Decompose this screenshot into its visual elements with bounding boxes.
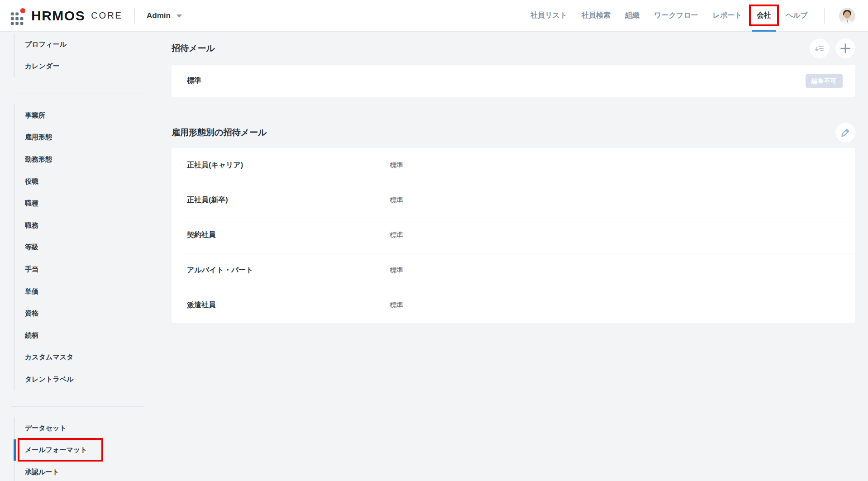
invite-mail-card: 標準 編集不可 bbox=[172, 65, 855, 97]
table-row[interactable]: 契約社員 標準 bbox=[172, 218, 855, 252]
workspace-dropdown[interactable]: Admin bbox=[147, 11, 182, 20]
nav-tab-workflow[interactable]: ワークフロー bbox=[647, 0, 706, 32]
sidebar-item-relationship[interactable]: 続柄 bbox=[25, 324, 145, 347]
primary-nav: 社員リスト 社員検索 組織 ワークフロー レポート 会社 ヘルプ bbox=[523, 0, 815, 32]
employment-type-label: 契約社員 bbox=[187, 230, 390, 240]
sidebar-item-office[interactable]: 事業所 bbox=[25, 105, 145, 127]
invite-mail-row-label: 標準 bbox=[187, 76, 201, 86]
sidebar-item-mail-format[interactable]: メールフォーマット bbox=[25, 439, 145, 461]
employment-type-label: 正社員(キャリア) bbox=[187, 161, 390, 170]
sidebar-group-formats: データセット メールフォーマット 承認ルート bbox=[14, 417, 145, 481]
hrmos-core-page: HRMOS CORE Admin 社員リスト 社員検索 組織 ワークフロー レポ… bbox=[0, 0, 868, 481]
brand-suffix: CORE bbox=[91, 10, 123, 21]
header-divider bbox=[134, 8, 135, 24]
employment-type-label: 派遣社員 bbox=[187, 300, 390, 310]
add-icon bbox=[840, 43, 851, 54]
sidebar-item-allowance[interactable]: 手当 bbox=[25, 258, 145, 281]
user-avatar[interactable] bbox=[839, 8, 855, 24]
nav-tab-report[interactable]: レポート bbox=[706, 0, 749, 32]
employment-type-list: 正社員(キャリア) 標準 正社員(新卒) 標準 契約社員 標準 アルバイト・パー… bbox=[172, 148, 855, 323]
add-button[interactable] bbox=[835, 38, 855, 58]
nav-tab-employee-list[interactable]: 社員リスト bbox=[523, 0, 574, 32]
edit-button[interactable] bbox=[835, 123, 855, 143]
settings-sidebar: プロフィール カレンダー 事業所 雇用形態 勤務形態 役職 職種 職務 等級 手… bbox=[0, 32, 145, 481]
table-row[interactable]: 正社員(キャリア) 標準 bbox=[172, 148, 855, 183]
sidebar-item-unit-price[interactable]: 単価 bbox=[25, 281, 145, 303]
employment-type-label: 正社員(新卒) bbox=[187, 195, 390, 205]
sidebar-item-mail-format-label: メールフォーマット bbox=[25, 446, 87, 454]
chevron-down-icon bbox=[176, 14, 182, 18]
sidebar-group-personal: プロフィール カレンダー bbox=[14, 33, 145, 77]
nav-tab-help[interactable]: ヘルプ bbox=[778, 0, 815, 32]
mail-format-value: 標準 bbox=[390, 231, 403, 239]
invite-mail-actions bbox=[804, 38, 855, 58]
nav-tab-company-label: 会社 bbox=[757, 11, 771, 20]
sidebar-item-work-style[interactable]: 勤務形態 bbox=[25, 148, 145, 171]
invite-mail-by-type-actions bbox=[830, 123, 855, 143]
table-row[interactable]: 派遣社員 標準 bbox=[172, 288, 855, 323]
sidebar-item-profile[interactable]: プロフィール bbox=[25, 33, 145, 55]
hrmos-grid-logo-icon bbox=[10, 8, 27, 25]
brand-logo: HRMOS CORE bbox=[10, 7, 123, 25]
edit-pencil-icon bbox=[840, 128, 850, 138]
invite-mail-by-type-card: 正社員(キャリア) 標準 正社員(新卒) 標準 契約社員 標準 アルバイト・パー… bbox=[172, 148, 855, 323]
top-header: HRMOS CORE Admin 社員リスト 社員検索 組織 ワークフロー レポ… bbox=[0, 0, 868, 32]
employment-type-label: アルバイト・パート bbox=[187, 266, 390, 275]
sidebar-item-job-category[interactable]: 職種 bbox=[25, 192, 145, 214]
invite-mail-by-type-section-header: 雇用形態別の招待メール bbox=[172, 117, 855, 148]
nav-tab-employee-search[interactable]: 社員検索 bbox=[574, 0, 618, 32]
mail-format-value: 標準 bbox=[390, 161, 403, 170]
sidebar-item-dataset[interactable]: データセット bbox=[25, 417, 145, 439]
sort-descending-icon bbox=[815, 43, 825, 53]
invite-mail-section-header: 招待メール bbox=[172, 32, 855, 65]
avatar-divider bbox=[824, 8, 825, 24]
sidebar-item-approval-route[interactable]: 承認ルート bbox=[25, 461, 145, 481]
sidebar-item-custom-master[interactable]: カスタムマスタ bbox=[25, 347, 145, 369]
mail-format-value: 標準 bbox=[390, 301, 403, 310]
sidebar-item-qualification[interactable]: 資格 bbox=[25, 302, 145, 324]
sidebar-group-masters: 事業所 雇用形態 勤務形態 役職 職種 職務 等級 手当 単価 資格 続柄 カス… bbox=[14, 105, 145, 391]
sidebar-divider bbox=[11, 406, 144, 407]
table-row[interactable]: 正社員(新卒) 標準 bbox=[172, 183, 855, 218]
brand-name: HRMOS bbox=[31, 8, 85, 24]
main-content: 招待メール bbox=[145, 32, 868, 323]
avatar-photo-icon bbox=[839, 8, 855, 24]
sidebar-item-position[interactable]: 役職 bbox=[25, 171, 145, 193]
not-editable-badge: 編集不可 bbox=[806, 74, 843, 88]
sidebar-divider bbox=[11, 94, 144, 94]
sidebar-item-calendar[interactable]: カレンダー bbox=[25, 55, 145, 77]
table-row[interactable]: アルバイト・パート 標準 bbox=[172, 253, 855, 288]
invite-mail-by-type-title: 雇用形態別の招待メール bbox=[172, 127, 267, 138]
mail-format-value: 標準 bbox=[390, 196, 403, 205]
sort-order-button[interactable] bbox=[810, 38, 830, 58]
nav-tab-company[interactable]: 会社 bbox=[749, 0, 778, 32]
workspace-label: Admin bbox=[147, 11, 171, 20]
sidebar-item-grade[interactable]: 等級 bbox=[25, 237, 145, 259]
invite-mail-title: 招待メール bbox=[172, 43, 215, 54]
sidebar-item-employment-type[interactable]: 雇用形態 bbox=[25, 127, 145, 149]
mail-format-value: 標準 bbox=[390, 266, 403, 275]
nav-tab-organization[interactable]: 組織 bbox=[618, 0, 647, 32]
sidebar-item-job-duty[interactable]: 職務 bbox=[25, 214, 145, 237]
sidebar-item-talent-label[interactable]: タレントラベル bbox=[25, 368, 145, 391]
